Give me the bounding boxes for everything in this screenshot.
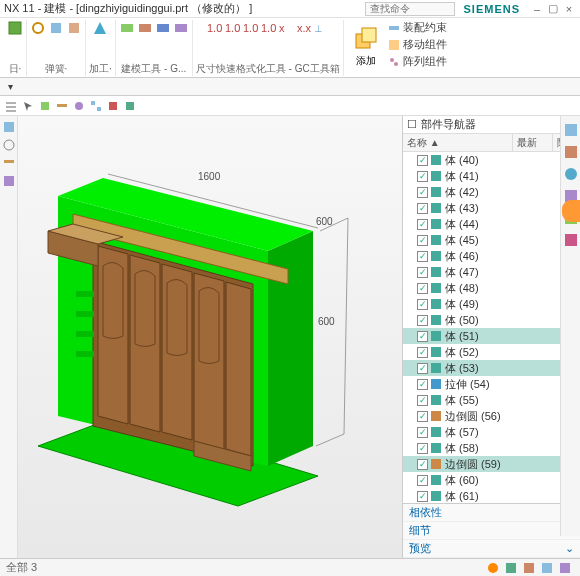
checkbox-icon[interactable]: ✓ xyxy=(417,459,428,470)
checkbox-icon[interactable]: ✓ xyxy=(417,171,428,182)
ribbon-icon[interactable] xyxy=(155,20,171,36)
dim-icon[interactable]: ⟂ xyxy=(314,20,330,36)
checkbox-icon[interactable]: ✓ xyxy=(417,235,428,246)
dim-icon[interactable]: 1.0 xyxy=(260,20,276,36)
layers-icon[interactable] xyxy=(2,156,16,170)
tree-row[interactable]: ✓边倒圆 (59)✓ xyxy=(403,456,580,472)
checkbox-icon[interactable]: ✓ xyxy=(417,187,428,198)
resource-icon[interactable] xyxy=(563,144,579,160)
ribbon-icon[interactable] xyxy=(137,20,153,36)
checkbox-icon[interactable]: ✓ xyxy=(417,347,428,358)
checkbox-icon[interactable]: ✓ xyxy=(417,331,428,342)
checkbox-icon[interactable]: ✓ xyxy=(417,283,428,294)
checkbox-icon[interactable]: ✓ xyxy=(417,315,428,326)
tree-row[interactable]: ✓体 (50)✓ xyxy=(403,312,580,328)
nav-section-details[interactable]: 细节⌄ xyxy=(403,522,580,540)
tree-row[interactable]: ✓体 (45)✓ xyxy=(403,232,580,248)
ribbon-icon[interactable] xyxy=(119,20,135,36)
dim-icon[interactable]: x.x xyxy=(296,20,312,36)
tree-row[interactable]: ✓体 (46)✓ xyxy=(403,248,580,264)
status-icon[interactable] xyxy=(540,561,554,575)
tree-row[interactable]: ✓边倒圆 (56)✓ xyxy=(403,408,580,424)
box-icon[interactable] xyxy=(38,99,52,113)
tree-row[interactable]: ✓体 (44)✓ xyxy=(403,216,580,232)
close-button[interactable]: × xyxy=(562,2,576,16)
3d-viewport[interactable]: 1600 600 600 xyxy=(18,116,402,558)
tree-row[interactable]: ✓体 (41)✓ xyxy=(403,168,580,184)
checkbox-icon[interactable]: ✓ xyxy=(417,203,428,214)
menu-icon[interactable] xyxy=(4,99,18,113)
checkbox-icon[interactable]: ✓ xyxy=(417,299,428,310)
checkbox-icon[interactable]: ✓ xyxy=(417,219,428,230)
checkbox-icon[interactable]: ✓ xyxy=(417,267,428,278)
resource-bar-handle[interactable] xyxy=(562,200,580,222)
checkbox-icon[interactable]: ✓ xyxy=(417,411,428,422)
grid-icon[interactable] xyxy=(89,99,103,113)
command-search-input[interactable] xyxy=(365,2,455,16)
tree-row[interactable]: ✓体 (52)✓ xyxy=(403,344,580,360)
resource-icon[interactable] xyxy=(563,122,579,138)
select-icon[interactable] xyxy=(21,99,35,113)
checkbox-icon[interactable]: ✓ xyxy=(417,379,428,390)
checkbox-icon[interactable]: ✓ xyxy=(417,395,428,406)
resource-icon[interactable] xyxy=(563,232,579,248)
checkbox-icon[interactable]: ✓ xyxy=(417,475,428,486)
color-icon[interactable] xyxy=(106,99,120,113)
col-name[interactable]: 名称 ▲ xyxy=(403,134,513,151)
checkbox-icon[interactable]: ✓ xyxy=(417,251,428,262)
dim-icon[interactable]: 1.0 xyxy=(224,20,240,36)
snap-icon[interactable] xyxy=(123,99,137,113)
tree-row[interactable]: ✓体 (42)✓ xyxy=(403,184,580,200)
svg-rect-33 xyxy=(4,176,14,186)
minimize-button[interactable]: – xyxy=(530,2,544,16)
roles-icon[interactable] xyxy=(2,174,16,188)
move-comp-option[interactable]: 移动组件 xyxy=(388,37,447,52)
snap-status-icon[interactable] xyxy=(486,561,500,575)
navigator-tree[interactable]: ✓体 (40)✓✓体 (41)✓✓体 (42)✓✓体 (43)✓✓体 (44)✓… xyxy=(403,152,580,503)
checkbox-icon[interactable]: ✓ xyxy=(417,427,428,438)
layer-icon[interactable] xyxy=(55,99,69,113)
ribbon-icon[interactable] xyxy=(173,20,189,36)
ribbon-icon[interactable] xyxy=(48,20,64,36)
tree-row[interactable]: ✓体 (43)✓ xyxy=(403,200,580,216)
tree-row[interactable]: ✓体 (40)✓ xyxy=(403,152,580,168)
dim-icon[interactable]: 1.0 xyxy=(242,20,258,36)
spring-icon[interactable] xyxy=(30,20,46,36)
tree-row[interactable]: ✓拉伸 (54)✓ xyxy=(403,376,580,392)
tree-row[interactable]: ✓体 (53)✓ xyxy=(403,360,580,376)
tree-row[interactable]: ✓体 (58)✓ xyxy=(403,440,580,456)
ribbon-tab[interactable]: ▾ xyxy=(4,81,17,92)
svg-rect-24 xyxy=(57,104,67,107)
status-icon[interactable] xyxy=(522,561,536,575)
tree-row[interactable]: ✓体 (51)✓ xyxy=(403,328,580,344)
constraint-option[interactable]: 装配约束 xyxy=(388,20,447,35)
tree-row[interactable]: ✓体 (48)✓ xyxy=(403,280,580,296)
dim-icon[interactable]: x xyxy=(278,20,294,36)
tree-row[interactable]: ✓体 (60)✓ xyxy=(403,472,580,488)
tree-row[interactable]: ✓体 (47)✓ xyxy=(403,264,580,280)
ribbon-icon[interactable] xyxy=(7,20,23,36)
tool-icon[interactable] xyxy=(72,99,86,113)
checkbox-icon[interactable]: ✓ xyxy=(417,155,428,166)
checkbox-icon[interactable]: ✓ xyxy=(417,363,428,374)
nav-section-deps[interactable]: 相依性⌄ xyxy=(403,504,580,522)
tree-row[interactable]: ✓体 (49)✓ xyxy=(403,296,580,312)
col-latest[interactable]: 最新 xyxy=(513,134,553,151)
restore-button[interactable]: ▢ xyxy=(546,2,560,16)
tree-row[interactable]: ✓体 (55)✓ xyxy=(403,392,580,408)
resource-icon[interactable] xyxy=(563,166,579,182)
add-component-icon[interactable] xyxy=(352,24,380,52)
status-icon[interactable] xyxy=(558,561,572,575)
checkbox-icon[interactable]: ✓ xyxy=(417,491,428,502)
nav-section-preview[interactable]: 预览⌄ xyxy=(403,540,580,558)
tree-row[interactable]: ✓体 (57)✓ xyxy=(403,424,580,440)
pattern-comp-option[interactable]: 阵列组件 xyxy=(388,54,447,69)
checkbox-icon[interactable]: ✓ xyxy=(417,443,428,454)
history-icon[interactable] xyxy=(2,138,16,152)
navigator-icon[interactable] xyxy=(2,120,16,134)
dim-icon[interactable]: 1.0 xyxy=(206,20,222,36)
ribbon-icon[interactable] xyxy=(66,20,82,36)
ribbon-icon[interactable] xyxy=(92,20,108,36)
tree-row[interactable]: ✓体 (61)✓ xyxy=(403,488,580,503)
status-icon[interactable] xyxy=(504,561,518,575)
